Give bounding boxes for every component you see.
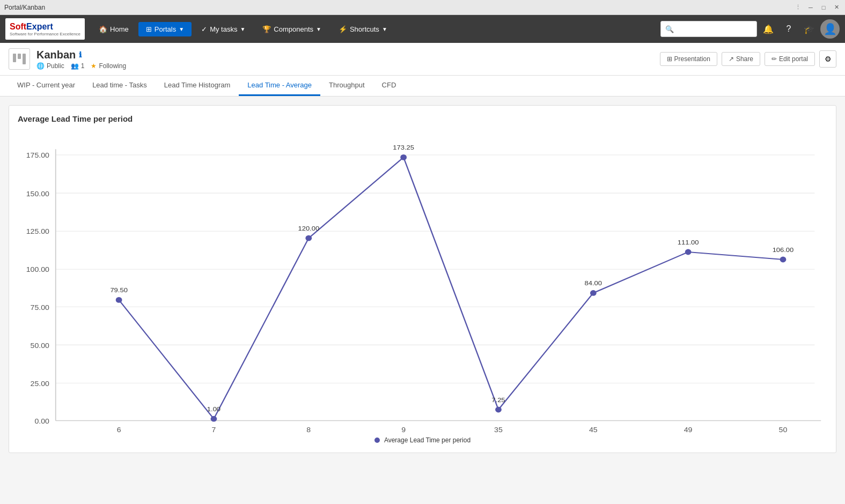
portals-nav-button[interactable]: ⊞ Portals ▼ <box>138 22 192 36</box>
maximize-icon[interactable]: □ <box>819 3 828 12</box>
learn-button[interactable]: 🎓 <box>800 20 818 38</box>
more-options-icon[interactable]: ⋮ <box>793 3 802 12</box>
legend-label: Average Lead Time per period <box>384 436 471 444</box>
close-icon[interactable]: ✕ <box>832 3 841 12</box>
tab-leadtime-histogram[interactable]: Lead Time Histogram <box>156 76 239 96</box>
components-label: Components <box>274 25 313 33</box>
portal-actions: ⊞ Presentation ↗ Share ✏ Edit portal ⚙ <box>660 50 836 68</box>
portal-title: Kanban ℹ <box>36 49 126 61</box>
x-label-45: 45 <box>589 426 598 432</box>
datapoint-7 <box>211 416 217 422</box>
home-icon: 🏠 <box>99 25 107 33</box>
portal-title-area: Kanban ℹ 🌐 Public 👥 1 ★ Following <box>36 49 126 70</box>
label-8: 120.00 <box>298 225 319 232</box>
home-label: Home <box>110 25 129 33</box>
public-icon: 🌐 <box>36 62 45 70</box>
portal-following: ★ Following <box>91 62 126 70</box>
logo[interactable]: SoftExpert Software for Performance Exce… <box>5 18 85 40</box>
y-label-50: 50.00 <box>31 342 49 349</box>
datapoint-50 <box>780 257 787 263</box>
components-nav-button[interactable]: 🏆 Components ▼ <box>255 22 329 36</box>
check-icon: ✓ <box>201 25 207 33</box>
logo-soft: Soft <box>10 22 26 31</box>
kanban-icon <box>12 51 27 66</box>
portal-meta: 🌐 Public 👥 1 ★ Following <box>36 62 126 70</box>
datapoint-8 <box>305 235 312 241</box>
label-6: 79.50 <box>110 287 128 294</box>
shortcuts-arrow-icon: ▼ <box>382 26 387 32</box>
top-navigation: SoftExpert Software for Performance Exce… <box>0 15 845 43</box>
presentation-button[interactable]: ⊞ Presentation <box>660 52 717 66</box>
x-label-35: 35 <box>494 426 503 432</box>
chart-area: 0.00 25.00 50.00 75.00 100.00 125.00 150… <box>18 132 827 432</box>
search-icon: 🔍 <box>665 25 674 33</box>
tab-wip[interactable]: WIP - Current year <box>9 76 84 96</box>
settings-button[interactable]: ⚙ <box>819 50 836 68</box>
trophy-icon: 🏆 <box>262 25 271 33</box>
edit-icon: ✏ <box>771 55 777 63</box>
home-nav-button[interactable]: 🏠 Home <box>91 22 136 36</box>
tab-leadtime-tasks[interactable]: Lead time - Tasks <box>84 76 156 96</box>
star-icon: ★ <box>91 62 97 70</box>
x-label-6: 6 <box>117 426 121 432</box>
avatar-image: 👤 <box>824 23 837 35</box>
help-button[interactable]: ? <box>780 20 798 38</box>
datapoint-45 <box>590 290 597 296</box>
edit-portal-button[interactable]: ✏ Edit portal <box>765 52 815 66</box>
shortcuts-nav-button[interactable]: ⚡ Shortcuts ▼ <box>331 22 395 36</box>
search-input[interactable] <box>676 25 752 33</box>
x-label-7: 7 <box>212 426 216 432</box>
page-area: Kanban ℹ 🌐 Public 👥 1 ★ Following <box>0 43 845 504</box>
mytasks-nav-button[interactable]: ✓ My tasks ▼ <box>194 22 253 36</box>
followers-icon: 👥 <box>71 62 79 70</box>
y-label-125: 125.00 <box>26 227 49 235</box>
chart-title: Average Lead Time per period <box>18 114 827 123</box>
tab-leadtime-average[interactable]: Lead Time - Average <box>239 76 320 96</box>
y-label-25: 25.00 <box>31 380 49 387</box>
y-label-0: 0.00 <box>34 417 49 425</box>
datapoint-9 <box>400 154 407 160</box>
label-7: 1.00 <box>207 406 221 413</box>
search-box[interactable]: 🔍 <box>660 21 757 37</box>
x-label-49: 49 <box>684 426 693 432</box>
portals-arrow-icon: ▼ <box>179 26 184 32</box>
notifications-button[interactable]: 🔔 <box>759 20 777 38</box>
lightning-icon: ⚡ <box>339 25 347 33</box>
y-label-150: 150.00 <box>26 190 49 197</box>
portal-info-icon[interactable]: ℹ <box>79 50 82 59</box>
portals-label: Portals <box>155 25 176 33</box>
label-50: 106.00 <box>773 247 794 254</box>
y-label-175: 175.00 <box>26 152 49 159</box>
portal-header: Kanban ℹ 🌐 Public 👥 1 ★ Following <box>0 43 845 76</box>
tabs-bar: WIP - Current year Lead time - Tasks Lea… <box>0 76 845 97</box>
tab-cfd[interactable]: CFD <box>373 76 405 96</box>
label-49: 111.00 <box>678 239 699 246</box>
y-label-75: 75.00 <box>31 303 49 311</box>
components-arrow-icon: ▼ <box>316 26 321 32</box>
svg-rect-1 <box>18 54 21 59</box>
tab-throughput[interactable]: Throughput <box>320 76 373 96</box>
presentation-icon: ⊞ <box>667 55 672 63</box>
x-label-9: 9 <box>401 426 406 432</box>
titlebar: Portal/Kanban ⋮ ─ □ ✕ <box>0 0 845 15</box>
label-45: 84.00 <box>585 280 602 287</box>
svg-rect-0 <box>13 54 16 62</box>
datapoint-35 <box>495 407 502 413</box>
share-icon: ↗ <box>729 55 734 63</box>
portal-visibility: 🌐 Public <box>36 62 64 70</box>
mytasks-label: My tasks <box>210 25 237 33</box>
gear-icon: ⚙ <box>825 55 832 63</box>
svg-rect-2 <box>23 54 26 64</box>
portals-icon: ⊞ <box>146 25 152 33</box>
label-35: 7.25 <box>491 397 505 404</box>
datapoint-49 <box>685 249 692 255</box>
logo-expert: Expert <box>26 22 53 31</box>
titlebar-controls: ⋮ ─ □ ✕ <box>793 3 841 12</box>
chart-svg: 0.00 25.00 50.00 75.00 100.00 125.00 150… <box>18 132 827 432</box>
share-button[interactable]: ↗ Share <box>722 52 760 66</box>
legend-dot <box>374 438 380 443</box>
user-avatar[interactable]: 👤 <box>820 19 840 39</box>
portal-icon <box>9 48 30 70</box>
minimize-icon[interactable]: ─ <box>806 3 815 12</box>
portal-followers: 👥 1 <box>71 62 85 70</box>
